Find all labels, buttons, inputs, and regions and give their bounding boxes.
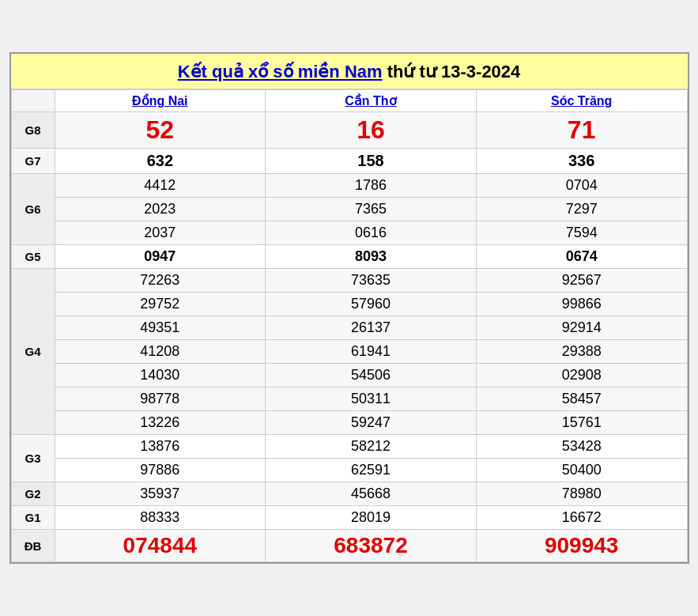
g5-col3: 0674 — [476, 245, 687, 269]
g4-r3-col3: 92914 — [476, 316, 687, 340]
g1-col2: 28019 — [266, 506, 477, 530]
g6-r2-col2: 7365 — [266, 198, 477, 221]
g6-r3-col1: 2037 — [55, 221, 266, 245]
header-col2: Cần Thơ — [266, 90, 477, 112]
db-col1: 074844 — [55, 530, 266, 562]
db-label: ĐB — [11, 530, 55, 562]
g4-r4-col1: 41208 — [55, 340, 266, 364]
g7-col3: 336 — [476, 149, 687, 174]
g4-r7-col2: 59247 — [266, 411, 477, 435]
g6-r2-col1: 2023 — [55, 198, 266, 221]
g7-col1: 632 — [55, 149, 266, 174]
g4-r4-col2: 61941 — [266, 340, 477, 364]
g4-r1-col3: 92567 — [476, 269, 687, 293]
results-table: Đồng Nai Cần Thơ Sóc Trăng G8 52 16 71 G… — [11, 89, 688, 562]
g3-r1-col3: 53428 — [476, 435, 687, 459]
g4-row-4: 41208 61941 29388 — [11, 340, 687, 364]
g4-row-6: 98778 50311 58457 — [11, 387, 687, 411]
g1-row: G1 88333 28019 16672 — [11, 506, 687, 530]
g4-r3-col2: 26137 — [266, 316, 477, 340]
g1-col1: 88333 — [55, 506, 266, 530]
g4-r5-col3: 02908 — [476, 364, 687, 387]
g4-row-2: 29752 57960 99866 — [11, 293, 687, 316]
header-col3: Sóc Trăng — [476, 90, 687, 112]
db-row: ĐB 074844 683872 909943 — [11, 530, 687, 562]
g3-r2-col3: 50400 — [476, 459, 687, 482]
g4-row-7: 13226 59247 15761 — [11, 411, 687, 435]
g4-label: G4 — [11, 269, 55, 435]
g4-r5-col1: 14030 — [55, 364, 266, 387]
g6-r3-col2: 0616 — [266, 221, 477, 245]
g1-label: G1 — [11, 506, 55, 530]
page-title: Kết quả xổ số miền Nam thứ tư 13-3-2024 — [178, 62, 521, 81]
g4-row-3: 49351 26137 92914 — [11, 316, 687, 340]
g4-r2-col1: 29752 — [55, 293, 266, 316]
g8-row: G8 52 16 71 — [11, 112, 687, 149]
g3-r2-col1: 97886 — [55, 459, 266, 482]
g6-r1-col3: 0704 — [476, 174, 687, 198]
g4-row-5: 14030 54506 02908 — [11, 364, 687, 387]
g4-r6-col1: 98778 — [55, 387, 266, 411]
g6-label: G6 — [11, 174, 55, 245]
g6-row-3: 2037 0616 7594 — [11, 221, 687, 245]
g4-r7-col1: 13226 — [55, 411, 266, 435]
g2-col1: 35937 — [55, 482, 266, 506]
g7-row: G7 632 158 336 — [11, 149, 687, 174]
g2-label: G2 — [11, 482, 55, 506]
g3-label: G3 — [11, 435, 55, 482]
g2-row: G2 35937 45668 78980 — [11, 482, 687, 506]
main-container: Kết quả xổ số miền Nam thứ tư 13-3-2024 … — [9, 52, 689, 564]
g5-col2: 8093 — [266, 245, 477, 269]
g4-r7-col3: 15761 — [476, 411, 687, 435]
g5-label: G5 — [11, 245, 55, 269]
g6-r2-col3: 7297 — [476, 198, 687, 221]
g6-r3-col3: 7594 — [476, 221, 687, 245]
title-link[interactable]: Kết quả xổ số miền Nam — [178, 62, 383, 81]
g3-row-1: G3 13876 58212 53428 — [11, 435, 687, 459]
g4-r2-col2: 57960 — [266, 293, 477, 316]
g3-r2-col2: 62591 — [266, 459, 477, 482]
g8-col1: 52 — [55, 112, 266, 149]
header-prize-col — [11, 90, 55, 112]
db-col2: 683872 — [266, 530, 477, 562]
g4-row-1: G4 72263 73635 92567 — [11, 269, 687, 293]
g8-col2: 16 — [266, 112, 477, 149]
g4-r1-col2: 73635 — [266, 269, 477, 293]
g4-r3-col1: 49351 — [55, 316, 266, 340]
g8-col3: 71 — [476, 112, 687, 149]
g4-r5-col2: 54506 — [266, 364, 477, 387]
g6-r1-col2: 1786 — [266, 174, 477, 198]
g4-r6-col3: 58457 — [476, 387, 687, 411]
g5-col1: 0947 — [55, 245, 266, 269]
g4-r4-col3: 29388 — [476, 340, 687, 364]
g7-label: G7 — [11, 149, 55, 174]
g3-row-2: 97886 62591 50400 — [11, 459, 687, 482]
g1-col3: 16672 — [476, 506, 687, 530]
db-col3: 909943 — [476, 530, 687, 562]
header-col1: Đồng Nai — [55, 90, 266, 112]
g8-label: G8 — [11, 112, 55, 149]
g3-r1-col1: 13876 — [55, 435, 266, 459]
g3-r1-col2: 58212 — [266, 435, 477, 459]
g6-row-1: G6 4412 1786 0704 — [11, 174, 687, 198]
g2-col2: 45668 — [266, 482, 477, 506]
title-date: thứ tư 13-3-2024 — [383, 62, 521, 81]
g4-r6-col2: 50311 — [266, 387, 477, 411]
g5-row: G5 0947 8093 0674 — [11, 245, 687, 269]
title-bar: Kết quả xổ số miền Nam thứ tư 13-3-2024 — [11, 54, 688, 89]
g6-row-2: 2023 7365 7297 — [11, 198, 687, 221]
g7-col2: 158 — [266, 149, 477, 174]
g6-r1-col1: 4412 — [55, 174, 266, 198]
g4-r1-col1: 72263 — [55, 269, 266, 293]
g2-col3: 78980 — [476, 482, 687, 506]
g4-r2-col3: 99866 — [476, 293, 687, 316]
